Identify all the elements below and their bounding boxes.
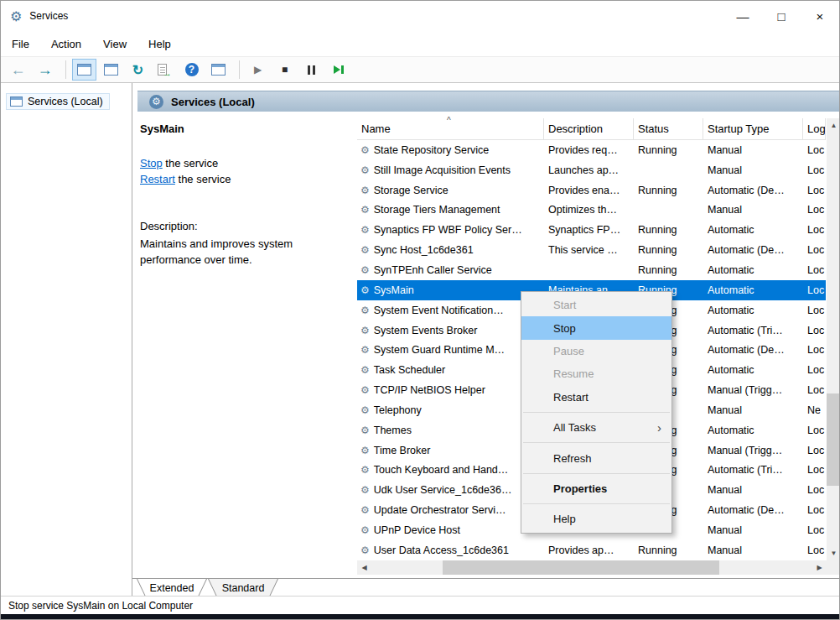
maximize-icon[interactable]: □ [762,1,801,31]
forward-icon[interactable]: → [33,59,57,81]
service-row[interactable]: ⚙User Data Access_1c6de361Provides ap…Ru… [357,540,826,560]
service-description: This service … [544,244,634,256]
column-header-log[interactable]: Log [803,118,826,139]
service-description: Launches ap… [544,164,634,176]
service-name: ⚙Update Orchestrator Servi… [357,504,544,516]
action-pane-icon[interactable] [206,59,231,81]
column-header-startup-type[interactable]: Startup Type [703,118,803,139]
export-list-icon[interactable]: → [153,59,177,81]
service-description: Optimizes th… [544,204,634,216]
menu-file[interactable]: File [12,38,29,50]
service-startup-type: Automatic (Tri… [703,325,803,336]
menu-separator [523,503,670,504]
service-name-label: System Guard Runtime M… [374,344,505,356]
tab-standard[interactable]: Standard [208,579,278,597]
service-row[interactable]: ⚙Still Image Acquisition EventsLaunches … [357,160,826,180]
service-log-on-as: Loc [803,144,826,156]
pause-service-icon[interactable] [299,59,324,81]
column-header-status[interactable]: Status [634,118,703,139]
toolbar: ← → ↻ → ? ▶ ■ [1,56,839,83]
menu-view[interactable]: View [103,38,127,50]
stop-service-icon[interactable]: ■ [272,59,297,81]
service-name-label: Themes [374,425,412,436]
context-menu-item-pause: Pause [521,340,671,362]
close-icon[interactable]: × [801,1,839,31]
horizontal-scroll-track[interactable] [371,560,812,575]
service-name-label: SysMain [374,284,414,296]
service-row[interactable]: ⚙Sync Host_1c6de361This service …Running… [357,240,826,260]
scroll-up-icon[interactable]: ▲ [827,118,840,133]
service-name: ⚙System Guard Runtime M… [357,344,544,356]
context-menu-item-properties[interactable]: Properties [521,477,671,500]
service-gear-icon: ⚙ [360,484,370,496]
console-window-glyph [77,64,91,76]
back-arrow-glyph: ← [11,62,26,77]
context-menu-item-refresh[interactable]: Refresh [521,446,671,469]
service-row[interactable]: ⚙Storage Tiers ManagementOptimizes th…Ma… [357,201,826,221]
service-startup-type: Automatic [703,224,803,236]
context-menu-item-restart[interactable]: Restart [521,386,671,409]
service-row[interactable]: ⚙State Repository ServiceProvides req…Ru… [357,140,826,160]
horizontal-scroll-thumb[interactable] [443,560,719,575]
column-header-description[interactable]: Description [544,118,634,139]
service-name: ⚙User Data Access_1c6de361 [357,544,544,556]
play-glyph: ▶ [254,64,262,76]
vertical-scroll-track[interactable] [827,133,840,546]
show-console-tree-icon[interactable] [72,59,96,81]
vertical-scroll-thumb[interactable] [827,393,840,486]
service-name-label: Storage Tiers Management [374,204,500,216]
restart-service-link[interactable]: Restart [140,173,175,185]
service-startup-type: Automatic (De… [703,504,803,516]
scroll-down-icon[interactable]: ▼ [827,546,840,560]
refresh-icon[interactable]: ↻ [126,59,150,81]
menu-action[interactable]: Action [51,38,81,50]
service-name: ⚙Task Scheduler [357,364,544,376]
service-name-label: Synaptics FP WBF Policy Ser… [374,224,522,236]
service-name-label: Still Image Acquisition Events [374,164,511,176]
service-startup-type: Manual [703,524,803,536]
restart-service-line: Restart the service [140,173,231,185]
service-gear-icon: ⚙ [360,504,370,516]
stop-service-link[interactable]: Stop [140,157,163,169]
back-icon[interactable]: ← [6,59,30,81]
service-gear-icon: ⚙ [360,344,370,356]
service-startup-type: Automatic [703,364,803,376]
tab-extended[interactable]: Extended [137,579,207,597]
service-status: Running [634,144,703,156]
scroll-left-icon[interactable]: ◀ [357,560,371,575]
properties-icon[interactable] [99,59,123,81]
menu-help[interactable]: Help [148,38,171,50]
service-row[interactable]: ⚙Synaptics FP WBF Policy Ser…Synaptics F… [357,220,826,240]
status-text: Stop service SysMain on Local Computer [8,600,193,612]
service-name: ⚙Udk User Service_1c6de36… [357,484,544,496]
service-description: Provides req… [544,144,634,156]
start-service-icon[interactable]: ▶ [246,59,270,81]
tree-item-services-local[interactable]: Services (Local) [6,93,110,110]
service-name: ⚙System Events Broker [357,325,544,336]
sort-ascending-icon: ^ [447,117,451,125]
console-tree-panel: Services (Local) [1,83,132,596]
service-name: ⚙System Event Notification… [357,305,544,316]
service-name-label: TCP/IP NetBIOS Helper [374,384,485,396]
service-startup-type: Manual [703,204,803,216]
minimize-icon[interactable]: — [723,1,762,31]
context-menu-item-all-tasks[interactable]: All Tasks› [521,416,671,439]
service-row[interactable]: ⚙SynTPEnh Caller ServiceRunningAutomatic… [357,260,826,280]
restart-service-icon[interactable] [326,59,350,81]
service-name-label: Telephony [374,404,422,416]
service-row[interactable]: ⚙Storage ServiceProvides ena…RunningAuto… [357,180,826,201]
services-app-icon: ⚙ [10,8,22,24]
scroll-right-icon[interactable]: ▶ [812,560,827,575]
restart-bar-glyph [341,65,344,74]
service-startup-type: Manual [703,404,803,416]
window-glyph [211,64,226,76]
service-gear-icon: ⚙ [360,364,370,376]
help-icon[interactable]: ? [179,59,204,81]
vertical-scrollbar[interactable]: ▲ ▼ [827,118,840,560]
service-startup-type: Manual [703,144,803,156]
service-name-label: System Events Broker [374,325,478,336]
context-menu-item-stop[interactable]: Stop [521,316,671,339]
horizontal-scrollbar[interactable]: ◀ ▶ [357,560,827,575]
context-menu-item-help[interactable]: Help [521,508,671,530]
service-log-on-as: Ne [803,404,826,416]
